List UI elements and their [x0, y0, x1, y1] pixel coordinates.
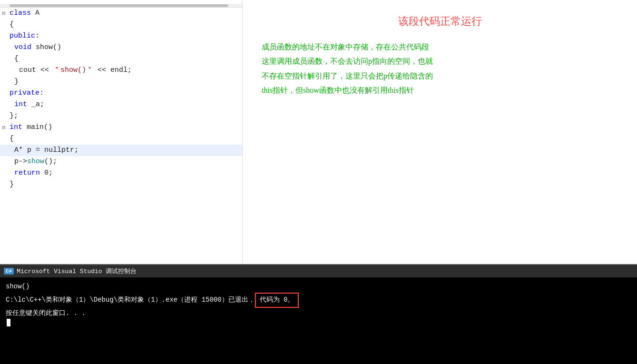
- token: main(): [22, 123, 52, 131]
- token: cout <<: [19, 66, 53, 74]
- console-output-line3: 按任意键关闭此窗口. . .: [6, 308, 631, 319]
- code-content-9: int _a;: [12, 99, 242, 110]
- code-line-2: {: [0, 19, 242, 30]
- code-line-5: {: [0, 53, 242, 65]
- code-content-14: p->show();: [12, 156, 242, 167]
- console-titlebar-text: Microsoft Visual Studio 调试控制台: [17, 267, 137, 275]
- token: << endl;: [93, 66, 132, 74]
- annotation-line: 这里调用成员函数，不会去访问p指向的空间，也就: [262, 54, 618, 69]
- code-line-14: p->show();: [0, 156, 242, 167]
- code-content-12: {: [8, 133, 242, 144]
- token: A* p = nullptr;: [14, 146, 78, 154]
- token: :: [35, 32, 39, 40]
- console-cursor-line: [6, 319, 631, 326]
- code-line-16: }: [0, 179, 242, 190]
- token: _a;: [27, 100, 44, 108]
- token: }: [14, 78, 19, 86]
- console-body: show() C:\lc\C++\类和对象（1）\Debug\类和对象（1）.e…: [0, 277, 637, 330]
- token: {: [10, 20, 14, 29]
- code-line-4: void show(): [0, 42, 242, 53]
- code-content-1: class A: [8, 8, 242, 19]
- code-content-13: A* p = nullptr;: [12, 145, 242, 156]
- code-content-2: {: [8, 19, 242, 30]
- code-content-6: cout << ＂show()＂ << endl;: [17, 65, 242, 76]
- code-lines-container: ⊟class A{public:void show(){cout << ＂sho…: [0, 8, 242, 190]
- code-line-3: public:: [0, 30, 242, 42]
- token: private: [10, 89, 39, 97]
- code-panel: ⊟class A{public:void show(){cout << ＂sho…: [0, 0, 243, 264]
- token: return: [14, 169, 40, 177]
- code-line-9: int _a;: [0, 99, 242, 110]
- code-line-10: };: [0, 110, 242, 122]
- code-content-8: private:: [8, 88, 242, 98]
- code-line-1: ⊟class A: [0, 8, 242, 19]
- code-line-13: A* p = nullptr;: [0, 145, 242, 156]
- token: int: [10, 123, 22, 131]
- token: A: [31, 9, 39, 17]
- token: {: [10, 135, 14, 143]
- token: ＂show()＂: [53, 66, 93, 74]
- code-content-7: }: [12, 76, 242, 87]
- token: void: [14, 43, 31, 51]
- token: int: [14, 100, 27, 108]
- annotation-body: 成员函数的地址不在对象中存储，存在公共代码段这里调用成员函数，不会去访问p指向的…: [262, 40, 618, 98]
- code-line-12: {: [0, 133, 242, 145]
- fold-icon-1[interactable]: ⊟: [0, 10, 8, 18]
- code-line-15: return 0;: [0, 167, 242, 179]
- console-titlebar: C# Microsoft Visual Studio 调试控制台: [0, 265, 637, 277]
- token: show: [27, 157, 44, 166]
- annotation-line: this指针，但show函数中也没有解引用this指针: [262, 83, 618, 98]
- token: :: [39, 89, 44, 97]
- token: public: [10, 32, 35, 40]
- code-line-8: private:: [0, 88, 242, 99]
- code-content-10: };: [8, 110, 242, 121]
- console-panel: C# Microsoft Visual Studio 调试控制台 show() …: [0, 264, 637, 364]
- code-content-11: int main(): [8, 122, 242, 133]
- console-output-line2: C:\lc\C++\类和对象（1）\Debug\类和对象（1）.exe（进程 1…: [6, 293, 631, 308]
- token: class: [10, 9, 31, 17]
- token: };: [10, 112, 18, 120]
- token: ();: [44, 157, 57, 166]
- console-output-line1: show(): [6, 281, 631, 293]
- token: {: [14, 55, 19, 63]
- exit-code-box: 代码为 0。: [255, 293, 299, 308]
- code-content-15: return 0;: [12, 167, 242, 178]
- annotation-line: 成员函数的地址不在对象中存储，存在公共代码段: [262, 40, 618, 54]
- main-area: ⊟class A{public:void show(){cout << ＂sho…: [0, 0, 637, 264]
- code-content-3: public:: [8, 30, 242, 41]
- annotation-line: 不存在空指针解引用了，这里只会把p传递给隐含的: [262, 69, 618, 83]
- token: 0;: [40, 169, 53, 177]
- code-content-5: {: [12, 53, 242, 64]
- annotation-title: 该段代码正常运行: [262, 14, 618, 29]
- token: show(): [31, 43, 61, 51]
- cursor-block: [7, 319, 10, 326]
- token: p->: [14, 157, 27, 166]
- console-icon: C#: [4, 268, 14, 275]
- token: }: [10, 180, 14, 188]
- fold-icon-11[interactable]: ⊟: [0, 124, 8, 132]
- annotation-panel: 该段代码正常运行 成员函数的地址不在对象中存储，存在公共代码段这里调用成员函数，…: [243, 0, 637, 264]
- code-line-11: ⊟int main(): [0, 122, 242, 133]
- code-line-7: }: [0, 76, 242, 88]
- code-content-16: }: [8, 179, 242, 190]
- scrollbar-thumb[interactable]: [10, 4, 228, 7]
- code-content-4: void show(): [12, 42, 242, 53]
- scrollbar-area[interactable]: [0, 4, 242, 8]
- code-line-6: cout << ＂show()＂ << endl;: [0, 65, 242, 76]
